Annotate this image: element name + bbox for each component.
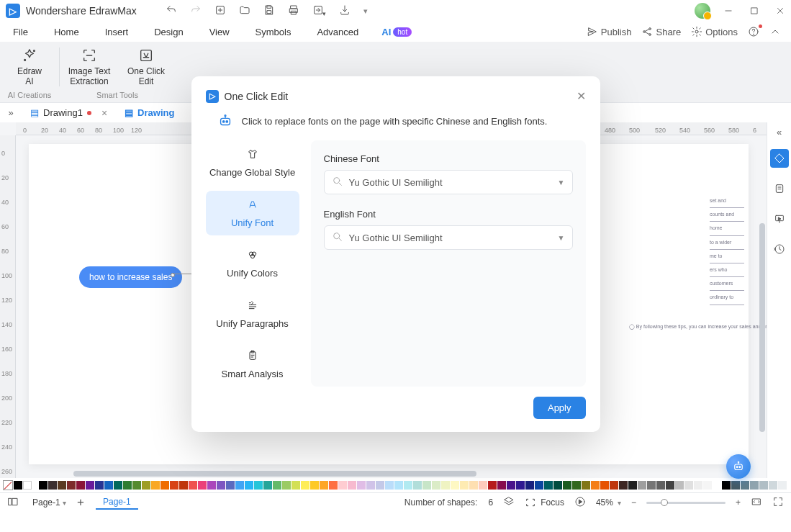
menu-advanced[interactable]: Advanced: [304, 22, 371, 42]
swatch[interactable]: [189, 481, 197, 490]
ai-chat-bubble[interactable]: [726, 454, 751, 479]
swatch[interactable]: [132, 481, 141, 490]
swatch[interactable]: [104, 481, 113, 490]
options-button[interactable]: Options: [691, 26, 738, 37]
swatch[interactable]: [610, 481, 618, 490]
swatch[interactable]: [713, 481, 721, 490]
side-smart-analysis[interactable]: Smart Analysis: [206, 342, 299, 387]
swatch[interactable]: [301, 481, 309, 490]
undo-icon[interactable]: [166, 4, 177, 18]
page-selector[interactable]: Page-1 ▾: [26, 495, 73, 510]
swatch[interactable]: [684, 481, 693, 490]
swatch[interactable]: [39, 481, 48, 490]
swatch[interactable]: [273, 481, 281, 490]
import-icon[interactable]: [339, 4, 351, 18]
swatch[interactable]: [656, 481, 665, 490]
tool-one-click-edit[interactable]: One ClickEdit: [118, 46, 174, 87]
swatch[interactable]: [142, 481, 150, 490]
swatch[interactable]: [404, 481, 412, 490]
fit-page-icon[interactable]: [751, 496, 762, 510]
swatch[interactable]: [226, 481, 235, 490]
swatch[interactable]: [460, 481, 469, 490]
swatch[interactable]: [582, 481, 590, 490]
swatch[interactable]: [535, 481, 543, 490]
swatch[interactable]: [23, 481, 32, 490]
swatch[interactable]: [310, 481, 319, 490]
swatch[interactable]: [694, 481, 702, 490]
side-unify-colors[interactable]: Unify Colors: [206, 241, 299, 286]
swatch[interactable]: [291, 481, 300, 490]
zoom-slider[interactable]: [646, 502, 726, 504]
page-tab[interactable]: Page-1: [96, 495, 138, 510]
swatch[interactable]: [235, 481, 244, 490]
swatch[interactable]: [441, 481, 450, 490]
swatch[interactable]: [263, 481, 272, 490]
focus-button[interactable]: Focus: [525, 497, 564, 508]
swatch[interactable]: [14, 481, 22, 490]
collapse-ribbon-button[interactable]: [769, 26, 781, 37]
swatch[interactable]: [703, 481, 712, 490]
close-button[interactable]: [775, 6, 785, 16]
swatch[interactable]: [553, 481, 562, 490]
swatch[interactable]: [151, 481, 160, 490]
publish-button[interactable]: Publish: [587, 26, 632, 37]
maximize-button[interactable]: [749, 6, 759, 16]
export-icon[interactable]: ▾: [312, 4, 326, 18]
help-button[interactable]: [748, 26, 759, 37]
redo-icon[interactable]: [190, 4, 202, 18]
zoom-in-icon[interactable]: +: [736, 497, 741, 508]
share-button[interactable]: Share: [641, 26, 681, 37]
menu-design[interactable]: Design: [141, 22, 196, 42]
swatch[interactable]: [638, 481, 646, 490]
tabstrip-expand[interactable]: »: [0, 107, 22, 118]
swatch[interactable]: [48, 481, 57, 490]
fullscreen-icon[interactable]: [772, 496, 784, 510]
swatch[interactable]: [114, 481, 122, 490]
english-font-select[interactable]: Yu Gothic UI Semilight ▼: [324, 225, 573, 250]
add-page-button[interactable]: +: [77, 495, 84, 510]
swatch[interactable]: [320, 481, 328, 490]
swatch[interactable]: [647, 481, 656, 490]
notes-panel-button[interactable]: [770, 179, 789, 198]
swatch[interactable]: [123, 481, 132, 490]
play-icon[interactable]: [574, 496, 586, 510]
side-unify-paragraphs[interactable]: Unify Paragraphs: [206, 292, 299, 336]
close-tab-icon[interactable]: ×: [101, 107, 107, 119]
swatch[interactable]: [394, 481, 403, 490]
nofill-swatch[interactable]: [3, 480, 13, 490]
swatch[interactable]: [591, 481, 600, 490]
swatch[interactable]: [76, 481, 85, 490]
swatch[interactable]: [245, 481, 253, 490]
swatch[interactable]: [525, 481, 534, 490]
doc-tab-drawing2[interactable]: ▤ Drawing: [116, 103, 183, 123]
swatch[interactable]: [161, 481, 169, 490]
qat-overflow-icon[interactable]: ▾: [363, 6, 368, 16]
swatch[interactable]: [366, 481, 375, 490]
side-change-global-style[interactable]: Change Global Style: [206, 140, 299, 185]
swatch[interactable]: [759, 481, 768, 490]
swatch[interactable]: [778, 481, 787, 490]
save-icon[interactable]: [263, 4, 275, 18]
swatch[interactable]: [619, 481, 628, 490]
tool-edraw-ai[interactable]: EdrawAI: [4, 46, 55, 87]
mindmap-root-node[interactable]: how to increase sales: [79, 266, 182, 288]
swatch[interactable]: [329, 481, 338, 490]
pane-layout-icon[interactable]: [7, 496, 19, 510]
swatch[interactable]: [338, 481, 347, 490]
swatch[interactable]: [488, 481, 497, 490]
swatch[interactable]: [469, 481, 478, 490]
swatch[interactable]: [58, 481, 66, 490]
swatch[interactable]: [207, 481, 216, 490]
swatch[interactable]: [357, 481, 366, 490]
open-icon[interactable]: [239, 4, 250, 18]
zoom-level[interactable]: 45% ▾: [596, 497, 621, 508]
swatch[interactable]: [432, 481, 440, 490]
swatch[interactable]: [198, 481, 207, 490]
swatch[interactable]: [544, 481, 553, 490]
dialog-close-button[interactable]: ✕: [577, 89, 586, 103]
swatch[interactable]: [451, 481, 459, 490]
zoom-out-icon[interactable]: −: [631, 497, 636, 508]
menu-ai[interactable]: AI hot: [371, 22, 422, 42]
swatch[interactable]: [348, 481, 356, 490]
layers-icon[interactable]: [503, 496, 515, 510]
